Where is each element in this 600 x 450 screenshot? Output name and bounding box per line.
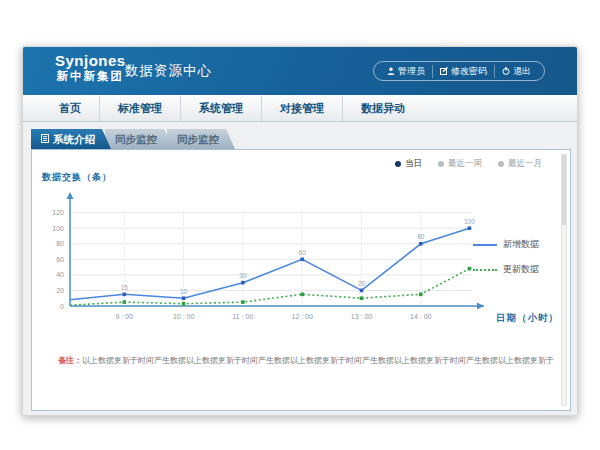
logo-text-primary: Synjones (55, 53, 126, 70)
radio-unselected-icon (438, 161, 444, 167)
tab-sync-monitor-1-label: 同步监控 (115, 129, 157, 149)
blue-line-sample-icon (473, 244, 497, 246)
svg-text:20: 20 (358, 280, 366, 287)
scrollbar-thumb[interactable] (562, 155, 566, 225)
content-area: 系统介绍 同步监控 同步监控 当日 最 (23, 122, 577, 415)
user-menu-logout-label: 退出 (513, 65, 531, 78)
legend-updated-data-label: 更新数据 (503, 263, 539, 276)
nav-item-integration-mgmt[interactable]: 对接管理 (261, 96, 342, 121)
nav-item-data-changes[interactable]: 数据异动 (342, 96, 423, 121)
tab-bar: 系统介绍 同步监控 同步监控 (31, 129, 229, 149)
tab-system-intro-label: 系统介绍 (53, 129, 95, 149)
svg-text:100: 100 (52, 225, 64, 232)
svg-text:20: 20 (56, 287, 64, 294)
tab-sync-monitor-2[interactable]: 同步监控 (167, 129, 235, 149)
svg-text:12 : 00: 12 : 00 (291, 313, 313, 320)
screenshot-canvas: Synjones 新中新集团 数据资源中心 管理员 修改密码 (0, 0, 600, 450)
tab-sync-monitor-2-label: 同步监控 (177, 129, 219, 149)
edit-password-icon (440, 67, 448, 75)
logout-icon (502, 67, 510, 75)
user-menu-change-password[interactable]: 修改密码 (432, 65, 494, 78)
user-menu-logout[interactable]: 退出 (494, 65, 538, 78)
radio-selected-icon (395, 161, 401, 167)
filter-last-month-label: 最近一月 (508, 158, 542, 170)
svg-text:0: 0 (60, 303, 64, 310)
svg-text:9 : 00: 9 : 00 (116, 313, 134, 320)
panel-scrollbar[interactable] (561, 154, 567, 406)
footnote-text: 以上数据更新于时间产生数据以上数据更新于时间产生数据以上数据更新于时间产生数据以… (82, 356, 554, 365)
svg-text:60: 60 (56, 256, 64, 263)
nav-item-home[interactable]: 首页 (41, 96, 99, 121)
filter-last-month[interactable]: 最近一月 (498, 158, 542, 170)
svg-text:100: 100 (464, 218, 475, 225)
svg-text:11 : 00: 11 : 00 (232, 313, 253, 320)
legend-new-data-label: 新增数据 (503, 238, 539, 251)
nav-item-system-mgmt[interactable]: 系统管理 (180, 96, 261, 121)
svg-text:80: 80 (417, 233, 425, 240)
user-menu-admin[interactable]: 管理员 (380, 65, 432, 78)
tab-system-intro[interactable]: 系统介绍 (31, 129, 111, 149)
legend-item-updated-data[interactable]: 更新数据 (473, 263, 539, 276)
app-header: Synjones 新中新集团 数据资源中心 管理员 修改密码 (23, 47, 577, 95)
user-menu: 管理员 修改密码 退出 (373, 61, 545, 81)
svg-text:14 : 00: 14 : 00 (410, 313, 432, 320)
user-icon (387, 67, 395, 75)
svg-text:80: 80 (56, 240, 64, 247)
filter-today[interactable]: 当日 (395, 158, 422, 170)
svg-text:30: 30 (239, 272, 247, 279)
chart-legend: 新增数据 更新数据 (473, 238, 539, 288)
filter-today-label: 当日 (405, 158, 422, 170)
footnote: 备注：以上数据更新于时间产生数据以上数据更新于时间产生数据以上数据更新于时间产生… (58, 356, 558, 366)
nav-item-standard-mgmt[interactable]: 标准管理 (99, 96, 180, 121)
filter-last-week-label: 最近一周 (448, 158, 482, 170)
page-title: 数据资源中心 (125, 62, 212, 80)
user-menu-admin-label: 管理员 (398, 65, 425, 78)
logo-text-secondary: 新中新集团 (55, 70, 126, 83)
svg-text:10 : 00: 10 : 00 (173, 313, 195, 320)
main-nav: 首页 标准管理 系统管理 对接管理 数据异动 (23, 95, 577, 122)
time-range-filters: 当日 最近一周 最近一月 (395, 158, 542, 170)
user-menu-change-password-label: 修改密码 (451, 65, 487, 78)
legend-item-new-data[interactable]: 新增数据 (473, 238, 539, 251)
svg-text:日期（小时）: 日期（小时） (496, 312, 559, 324)
chart-panel: 当日 最近一周 最近一月 数据交换（条） 0204060801001209 : … (31, 149, 571, 411)
tab-sync-monitor-1[interactable]: 同步监控 (105, 129, 173, 149)
company-logo: Synjones 新中新集团 (55, 53, 126, 82)
radio-unselected-icon (498, 161, 504, 167)
footnote-prefix: 备注： (58, 356, 82, 365)
green-dotted-sample-icon (473, 269, 497, 271)
svg-text:40: 40 (56, 271, 64, 278)
svg-text:120: 120 (52, 209, 64, 216)
svg-text:10: 10 (180, 288, 188, 295)
svg-text:13 : 00: 13 : 00 (351, 313, 373, 320)
app-window: Synjones 新中新集团 数据资源中心 管理员 修改密码 (22, 46, 578, 416)
filter-last-week[interactable]: 最近一周 (438, 158, 482, 170)
svg-text:60: 60 (299, 249, 307, 256)
document-icon (41, 129, 49, 149)
svg-text:15: 15 (121, 284, 129, 291)
